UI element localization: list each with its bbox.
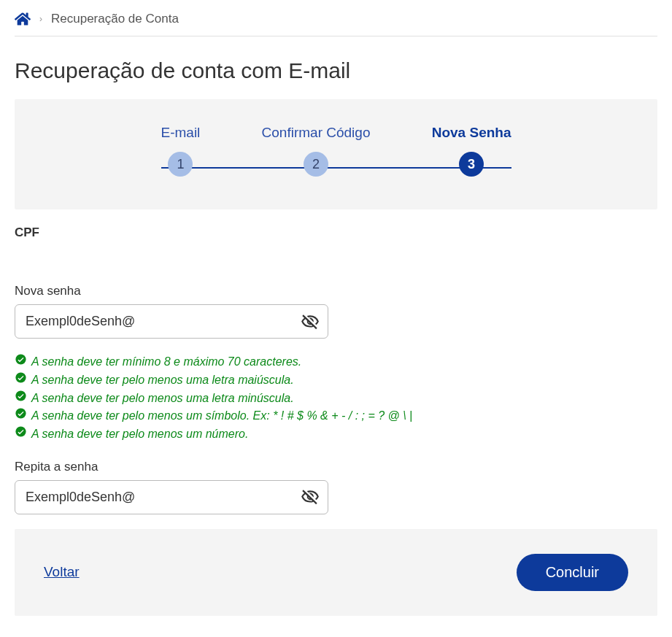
home-icon[interactable]: [15, 11, 31, 27]
step-email[interactable]: E-mail 1: [161, 125, 201, 177]
stepper: E-mail 1 Confirmar Código 2 Nova Senha 3: [161, 125, 511, 177]
svg-point-4: [15, 427, 26, 437]
svg-point-2: [15, 390, 26, 401]
check-circle-icon: [15, 425, 27, 438]
password-validation-list: A senha deve ter mínimo 8 e máximo 70 ca…: [15, 353, 657, 444]
new-password-label: Nova senha: [15, 284, 657, 298]
breadcrumb-current: Recuperação de Conta: [51, 12, 179, 26]
svg-point-3: [15, 409, 26, 419]
validation-rule: A senha deve ter pelo menos um número.: [15, 425, 657, 444]
step-circle: 3: [459, 152, 484, 177]
eye-off-icon[interactable]: [301, 487, 320, 506]
svg-point-0: [15, 354, 26, 364]
new-password-group: Nova senha: [15, 284, 657, 339]
validation-text: A senha deve ter pelo menos uma letra mi…: [31, 390, 657, 408]
stepper-panel: E-mail 1 Confirmar Código 2 Nova Senha 3: [15, 99, 657, 209]
back-link[interactable]: Voltar: [44, 564, 80, 580]
eye-off-icon[interactable]: [301, 312, 320, 331]
new-password-input[interactable]: [15, 304, 328, 339]
validation-rule: A senha deve ter pelo menos uma letra mi…: [15, 390, 657, 408]
new-password-input-wrap: [15, 304, 328, 339]
footer-bar: Voltar Concluir: [15, 529, 657, 616]
check-circle-icon: [15, 407, 27, 420]
validation-rule: A senha deve ter pelo menos um símbolo. …: [15, 407, 657, 425]
validation-rule: A senha deve ter mínimo 8 e máximo 70 ca…: [15, 353, 657, 371]
step-label: E-mail: [161, 125, 201, 141]
repeat-password-group: Repita a senha: [15, 460, 657, 514]
check-circle-icon: [15, 390, 27, 402]
validation-text: A senha deve ter pelo menos um número.: [31, 425, 657, 444]
repeat-password-input-wrap: [15, 480, 328, 514]
validation-text: A senha deve ter pelo menos um símbolo. …: [31, 407, 657, 425]
repeat-password-input[interactable]: [15, 480, 328, 514]
repeat-password-label: Repita a senha: [15, 460, 657, 474]
page-title: Recuperação de conta com E-mail: [15, 58, 657, 83]
validation-text: A senha deve ter pelo menos uma letra ma…: [31, 371, 657, 390]
step-new-password[interactable]: Nova Senha 3: [432, 125, 511, 177]
step-label: Confirmar Código: [262, 125, 371, 141]
step-circle: 1: [168, 152, 193, 177]
step-confirm-code[interactable]: Confirmar Código 2: [262, 125, 371, 177]
step-circle: 2: [304, 152, 328, 177]
validation-rule: A senha deve ter pelo menos uma letra ma…: [15, 371, 657, 390]
svg-point-1: [15, 372, 26, 382]
step-label: Nova Senha: [432, 125, 511, 141]
submit-button[interactable]: Concluir: [517, 554, 628, 591]
validation-text: A senha deve ter mínimo 8 e máximo 70 ca…: [31, 353, 657, 371]
breadcrumb: › Recuperação de Conta: [15, 11, 657, 36]
breadcrumb-separator: ›: [39, 14, 42, 24]
check-circle-icon: [15, 371, 27, 384]
cpf-label: CPF: [15, 225, 657, 240]
check-circle-icon: [15, 353, 27, 366]
